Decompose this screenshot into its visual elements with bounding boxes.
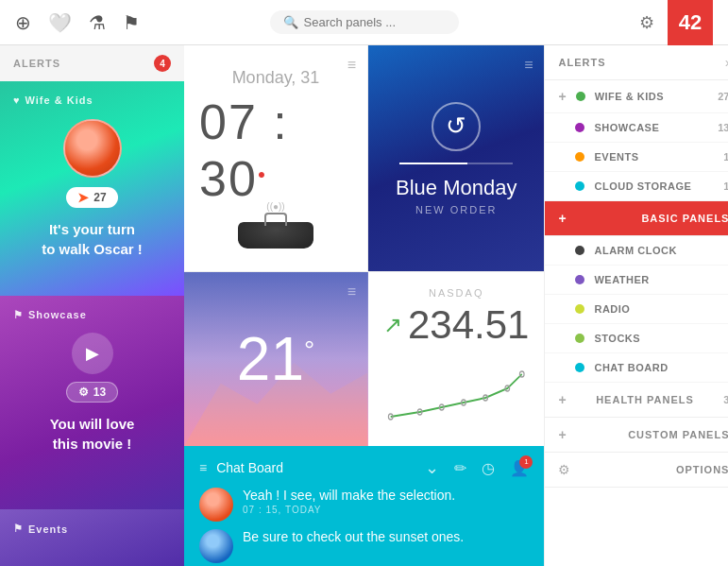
sidebar-dot-alarm bbox=[575, 246, 584, 255]
chat-notification[interactable]: 👤 1 bbox=[510, 459, 529, 477]
nasdaq-panel: NASDAQ ↗ 234.51 bbox=[368, 272, 544, 446]
badge-arrow-icon: ➤ bbox=[77, 190, 89, 205]
alert-card-events[interactable]: ⚑ Events bbox=[0, 509, 184, 566]
sidebar-health-header[interactable]: + HEALTH PANELS 3 bbox=[545, 383, 728, 418]
chat-panel: ≡ Chat Board ⌄ ✏ ◷ 👤 1 Yeah ! I see, wil… bbox=[184, 446, 544, 566]
card-label-1: ♥ Wife & Kids bbox=[13, 94, 171, 106]
chat-pencil-icon[interactable]: ✏ bbox=[454, 459, 466, 477]
weather-menu-icon[interactable]: ≡ bbox=[347, 283, 356, 300]
chat-text-1: Yeah ! I see, will make the selection. bbox=[243, 488, 455, 503]
sidebar-item-plus-icon: + bbox=[558, 89, 566, 104]
chat-header: ≡ Chat Board ⌄ ✏ ◷ 👤 1 bbox=[199, 457, 529, 478]
sidebar-item-radio[interactable]: RADIO bbox=[545, 295, 728, 324]
sidebar-item-alarm[interactable]: ALARM CLOCK bbox=[545, 236, 728, 266]
chat-message-1: Yeah ! I see, will make the selection. 0… bbox=[199, 488, 529, 522]
health-plus-icon: + bbox=[558, 392, 566, 407]
chat-notif-badge: 1 bbox=[519, 455, 533, 469]
sidebar-item-stocks[interactable]: STOCKS bbox=[545, 324, 728, 353]
play-button[interactable]: ▶ bbox=[72, 333, 113, 374]
sidebar-options-header[interactable]: ⚙ OPTIONS bbox=[545, 453, 728, 488]
music-progress-bar bbox=[399, 163, 513, 164]
nasdaq-arrow-icon: ↗ bbox=[383, 312, 402, 338]
sidebar-count-events: 1 bbox=[723, 151, 728, 163]
sidebar-item-wife-kids[interactable]: + WIFE & KIDS 27 bbox=[545, 80, 728, 113]
music-title: Blue Monday bbox=[396, 176, 516, 200]
sidebar-item-weather[interactable]: WEATHER bbox=[545, 266, 728, 295]
sidebar-options-title: OPTIONS bbox=[676, 464, 728, 475]
topbar-left-icons: ⊕ 🤍 ⚗ ⚑ bbox=[15, 11, 140, 34]
nasdaq-title: NASDAQ bbox=[383, 287, 529, 299]
chat-clock-icon[interactable]: ◷ bbox=[482, 459, 495, 477]
sidebar-dot-weather bbox=[575, 275, 584, 284]
sidebar-item-showcase[interactable]: SHOWCASE 13 bbox=[545, 113, 728, 143]
chat-chevron-down-icon[interactable]: ⌄ bbox=[425, 457, 439, 478]
sidebar-item-cloud-storage[interactable]: CLOUD STORAGE 1 bbox=[545, 172, 728, 201]
sidebar-alerts-title: ALERTS bbox=[558, 57, 605, 68]
chat-menu-icon[interactable]: ≡ bbox=[199, 460, 207, 475]
sidebar-health-count: 3 bbox=[723, 394, 728, 405]
card-badge-1: ➤ 27 bbox=[66, 187, 117, 208]
sidebar-dot-stocks bbox=[575, 334, 584, 343]
alerts-title: ALERTS bbox=[13, 58, 60, 69]
clock-menu-icon[interactable]: ≡ bbox=[347, 57, 356, 74]
chat-title: Chat Board bbox=[216, 460, 415, 475]
custom-plus-icon: + bbox=[558, 427, 566, 442]
sidebar-dot-events bbox=[575, 152, 584, 162]
topbar-right: ⚙ 42 bbox=[639, 0, 713, 45]
sidebar-health-title: HEALTH PANELS bbox=[596, 394, 694, 405]
heart-icon[interactable]: 🤍 bbox=[48, 11, 72, 34]
chat-message-2: Be sure to check out the sunset ones. bbox=[199, 529, 529, 563]
options-gear-icon[interactable]: ⚙ bbox=[558, 462, 570, 477]
notification-badge[interactable]: 42 bbox=[668, 0, 713, 45]
flag-events-icon: ⚑ bbox=[13, 523, 24, 535]
panels-container: ≡ Monday, 31 07 : 30● ((●)) ≡ ↺ Blue Mon… bbox=[184, 45, 544, 566]
weather-temp: 21° bbox=[237, 324, 314, 394]
flag-icon[interactable]: ⚑ bbox=[123, 11, 140, 34]
chat-bubble-2: Be sure to check out the sunset ones. bbox=[243, 529, 464, 544]
clock-panel: ≡ Monday, 31 07 : 30● ((●)) bbox=[184, 45, 368, 272]
card-text-1: It's your turn to walk Oscar ! bbox=[13, 219, 171, 259]
nasdaq-value: ↗ 234.51 bbox=[383, 302, 529, 348]
music-panel: ≡ ↺ Blue Monday NEW ORDER bbox=[368, 45, 544, 272]
card-avatar-1 bbox=[63, 119, 122, 178]
card-badge-2: ⚙ 13 bbox=[66, 382, 118, 403]
sidebar-item-events[interactable]: EVENTS 1 bbox=[545, 143, 728, 172]
music-menu-icon[interactable]: ≡ bbox=[524, 57, 533, 74]
search-input[interactable] bbox=[304, 15, 436, 29]
sidebar-dot-radio bbox=[575, 304, 584, 314]
sidebar-label-radio: RADIO bbox=[594, 303, 728, 315]
sidebar-item-chatboard[interactable]: CHAT BOARD bbox=[545, 353, 728, 383]
sidebar-count-cloud: 1 bbox=[723, 180, 728, 192]
sidebar-basic-header: + BASIC PANELS bbox=[545, 201, 728, 236]
nasdaq-chart-svg bbox=[383, 355, 529, 431]
topbar: ⊕ 🤍 ⚗ ⚑ 🔍 ⚙ 42 bbox=[0, 0, 728, 45]
avatar-image-1 bbox=[65, 121, 120, 176]
weather-panel: ≡ 21° bbox=[184, 272, 368, 446]
clock-device: ((●)) bbox=[238, 222, 313, 249]
sidebar-dot-cloud bbox=[575, 181, 584, 191]
music-progress-fill bbox=[399, 163, 467, 164]
settings-icon[interactable]: ⚙ bbox=[639, 12, 654, 33]
clock-time: 07 : 30● bbox=[199, 94, 352, 207]
basic-plus-icon: + bbox=[558, 211, 566, 226]
lab-icon[interactable]: ⚗ bbox=[89, 11, 106, 34]
sidebar-label-cloud: CLOUD STORAGE bbox=[594, 180, 714, 192]
wifi-icon: ((●)) bbox=[266, 201, 284, 212]
chat-avatar-2 bbox=[199, 529, 233, 563]
sidebar-dot-showcase bbox=[575, 123, 584, 132]
chat-text-2: Be sure to check out the sunset ones. bbox=[243, 529, 464, 544]
alert-card-showcase[interactable]: ⚑ Showcase ▶ ⚙ 13 You will love this mov… bbox=[0, 296, 184, 510]
sidebar-label-wife-kids: WIFE & KIDS bbox=[595, 91, 709, 102]
music-icon[interactable]: ↺ bbox=[432, 102, 481, 151]
search-bar[interactable]: 🔍 bbox=[270, 10, 459, 34]
events-label: ⚑ Events bbox=[13, 523, 171, 535]
add-icon[interactable]: ⊕ bbox=[15, 11, 31, 34]
sidebar-custom-header[interactable]: + CUSTOM PANELS bbox=[545, 418, 728, 453]
sidebar-label-showcase: SHOWCASE bbox=[594, 122, 708, 133]
alert-card-wife-kids[interactable]: ♥ Wife & Kids ➤ 27 It's your turn to wal… bbox=[0, 81, 184, 296]
chat-avatar-1 bbox=[199, 488, 233, 522]
alerts-panel: ALERTS 4 ♥ Wife & Kids ➤ 27 It's your tu… bbox=[0, 45, 184, 566]
svg-point-6 bbox=[519, 371, 524, 377]
sidebar-custom-title: CUSTOM PANELS bbox=[628, 429, 728, 440]
nasdaq-chart bbox=[383, 348, 529, 431]
